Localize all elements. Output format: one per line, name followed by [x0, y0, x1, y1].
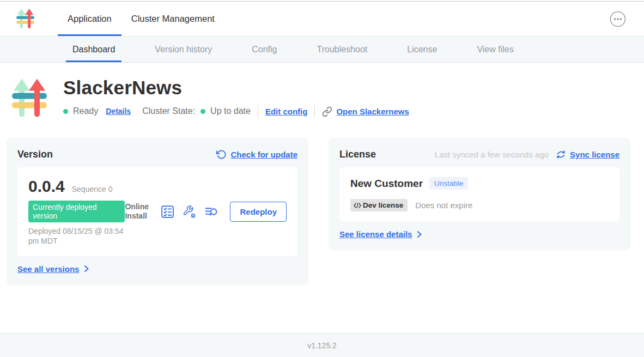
app-hero: SlackerNews Ready Details Cluster State:… — [7, 76, 644, 121]
dashboard-cards: Version Check for update 0.0.4 Sequ — [7, 138, 644, 285]
subnav-version-history-label: Version history — [155, 45, 212, 55]
last-synced-text: Last synced a few seconds ago — [435, 150, 549, 159]
chevron-right-icon — [83, 265, 90, 272]
cluster-state-label: Cluster State: — [142, 106, 195, 116]
divider — [314, 105, 315, 117]
tab-application[interactable]: Application — [58, 2, 121, 36]
deployed-timestamp: Deployed 08/15/25 @ 03:54 pm MDT — [28, 227, 125, 246]
cluster-state-dot — [201, 109, 205, 114]
divider — [258, 105, 258, 117]
version-number: 0.0.4 — [28, 177, 65, 196]
redeploy-button[interactable]: Redeploy — [230, 202, 287, 222]
preflight-checks-icon[interactable] — [161, 205, 174, 219]
sync-license-label: Sync license — [570, 150, 619, 159]
header-right — [609, 2, 644, 36]
check-for-update-label: Check for update — [230, 150, 297, 159]
external-link-icon — [322, 106, 332, 117]
app-status-text: Ready — [73, 106, 98, 116]
sync-license-link[interactable]: Sync license — [556, 149, 619, 160]
tab-application-label: Application — [68, 14, 112, 24]
sync-icon — [556, 149, 566, 160]
subnav-dashboard-label: Dashboard — [72, 45, 115, 55]
see-all-versions-label: See all versions — [17, 264, 79, 274]
page-title: SlackerNews — [63, 77, 409, 99]
main-header: Application Cluster Management — [0, 2, 644, 37]
app-subnav: Dashboard Version history Config Trouble… — [0, 37, 644, 63]
open-app-link[interactable]: Open Slackernews — [322, 106, 409, 117]
subnav-version-history[interactable]: Version history — [148, 37, 218, 62]
subnav-dashboard[interactable]: Dashboard — [66, 37, 121, 62]
license-type-badge: Dev license — [350, 199, 408, 211]
channel-badge: Unstable — [429, 177, 468, 190]
subnav-view-files-label: View files — [477, 45, 513, 55]
tab-cluster-management[interactable]: Cluster Management — [121, 2, 224, 36]
tab-cluster-management-label: Cluster Management — [131, 14, 215, 24]
see-license-details-label: See license details — [339, 229, 412, 239]
subnav-config[interactable]: Config — [245, 37, 283, 62]
see-all-versions-link[interactable]: See all versions — [17, 264, 90, 274]
details-link[interactable]: Details — [106, 107, 131, 116]
dashboard-main: SlackerNews Ready Details Cluster State:… — [0, 63, 644, 333]
version-card: Version Check for update 0.0.4 Sequ — [7, 138, 308, 285]
subnav-license-label: License — [407, 45, 437, 55]
version-card-title: Version — [17, 149, 53, 160]
license-card: License Last synced a few seconds ago — [329, 138, 630, 250]
chevron-right-icon — [416, 231, 423, 238]
slackernews-app-icon — [12, 76, 48, 121]
subnav-license[interactable]: License — [400, 37, 443, 62]
app-status-dot — [63, 109, 68, 114]
install-type-label: Online Install — [125, 202, 151, 221]
customer-name: New Customer — [350, 178, 423, 190]
subnav-troubleshoot-label: Troubleshoot — [317, 45, 367, 55]
deployed-badge: Currently deployed version — [28, 201, 125, 222]
license-detail-panel: New Customer Unstable Dev license Does n… — [339, 167, 619, 221]
see-license-details-link[interactable]: See license details — [339, 229, 423, 239]
check-for-update-link[interactable]: Check for update — [216, 149, 297, 160]
overflow-menu-button[interactable] — [609, 10, 627, 28]
deploy-logs-icon[interactable] — [204, 205, 218, 219]
open-app-label: Open Slackernews — [336, 107, 409, 116]
license-expiry: Does not expire — [415, 201, 472, 210]
subnav-view-files[interactable]: View files — [470, 37, 520, 62]
app-status-row: Ready Details Cluster State: Up to date … — [63, 105, 409, 117]
subnav-troubleshoot[interactable]: Troubleshoot — [310, 37, 374, 62]
license-type-label: Dev license — [363, 201, 403, 209]
config-wrench-icon[interactable] — [183, 205, 196, 219]
version-sequence: Sequence 0 — [72, 185, 113, 193]
refresh-icon — [216, 149, 227, 160]
ellipsis-icon — [609, 10, 627, 28]
header-tabs: Application Cluster Management — [58, 2, 224, 36]
footer: v1.125.2 — [0, 333, 644, 357]
subnav-config-label: Config — [252, 45, 277, 55]
current-version-panel: 0.0.4 Sequence 0 Currently deployed vers… — [17, 167, 297, 256]
license-card-title: License — [339, 149, 376, 160]
cluster-state-value: Up to date — [210, 106, 251, 116]
code-icon — [354, 203, 361, 208]
app-logo-icon — [16, 8, 35, 30]
console-version: v1.125.2 — [307, 341, 337, 350]
edit-config-link[interactable]: Edit config — [265, 107, 308, 116]
